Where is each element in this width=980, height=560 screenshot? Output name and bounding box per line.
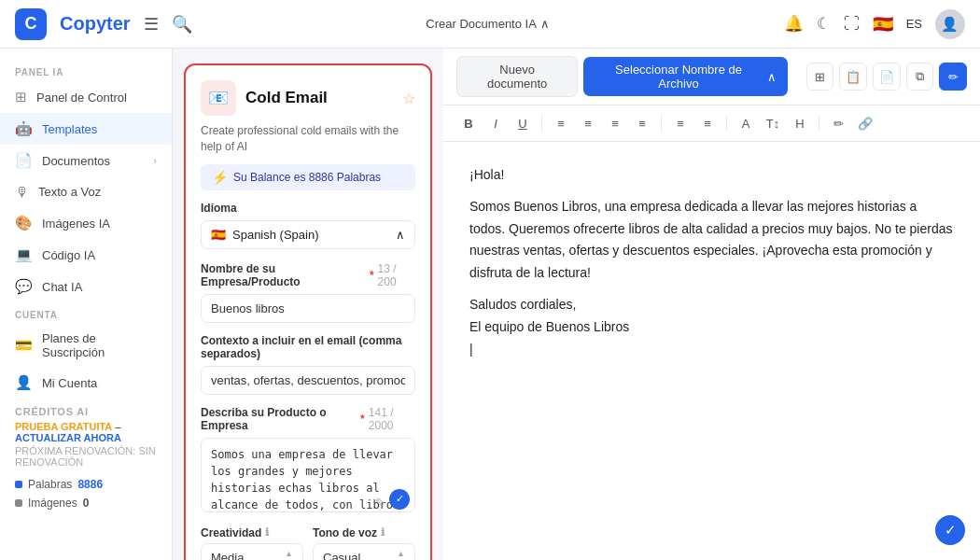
- content-closing: Saludos cordiales,El equipo de Buenos Li…: [469, 294, 954, 360]
- format-separator-4: [819, 115, 819, 132]
- bottom-confirm-button[interactable]: ✓: [935, 515, 965, 545]
- toolbar-icon-btn-5[interactable]: ✏: [939, 63, 967, 91]
- sidebar-item-texto-voz[interactable]: 🎙 Texto a Voz: [0, 176, 172, 207]
- lang-select-left: 🇪🇸 Spanish (Spain): [211, 228, 319, 242]
- logo-icon: C: [15, 8, 47, 40]
- palabras-credit-row: Palabras 8886: [0, 475, 172, 494]
- sidebar-item-planes[interactable]: 💳 Planes de Suscripción: [0, 324, 172, 367]
- panel-control-icon: ⊞: [15, 89, 27, 105]
- crear-documento-button[interactable]: Crear Documento IA ∧: [426, 17, 550, 31]
- sidebar-item-imagenes[interactable]: 🎨 Imágenes IA: [0, 207, 172, 239]
- sidebar: PANEL IA ⊞ Panel de Control 🤖 Templates …: [0, 49, 173, 560]
- descripcion-group: Describa su Producto o Empresa * 141 / 2…: [201, 406, 415, 515]
- balance-label: Su Balance es 8886 Palabras: [233, 171, 381, 184]
- bell-icon[interactable]: 🔔: [784, 14, 804, 34]
- bold-button[interactable]: B: [456, 111, 481, 135]
- sidebar-item-label-imagenes: Imágenes IA: [42, 217, 110, 231]
- language-select[interactable]: 🇪🇸 Spanish (Spain) ∧: [201, 220, 415, 249]
- top-navigation: C Copyter ☰ 🔍 Crear Documento IA ∧ 🔔 ☾ ⛶…: [0, 0, 980, 49]
- sidebar-item-templates[interactable]: 🤖 Templates: [0, 113, 172, 145]
- lang-label: ES: [906, 17, 922, 31]
- sidebar-item-panel-control[interactable]: ⊞ Panel de Control: [0, 81, 172, 113]
- sidebar-item-codigo[interactable]: 💻 Código IA: [0, 239, 172, 271]
- expand-icon[interactable]: ⛶: [844, 15, 860, 34]
- font-color-button[interactable]: A: [734, 111, 758, 135]
- plan-sep: –: [115, 421, 120, 432]
- toolbar-icon-btn-1[interactable]: ⊞: [806, 63, 834, 91]
- logo-text: Copyter: [60, 13, 131, 35]
- creatividad-value: Media: [211, 551, 244, 560]
- contexto-label: Contexto a incluir en el email (comma se…: [201, 334, 415, 360]
- tono-info-icon[interactable]: ℹ: [381, 526, 385, 539]
- favorite-star-icon[interactable]: ☆: [402, 90, 415, 107]
- format-separator-3: [726, 115, 727, 132]
- hamburger-icon[interactable]: ☰: [144, 14, 159, 35]
- link-button[interactable]: 🔗: [853, 111, 877, 135]
- font-size-button[interactable]: T↕: [761, 111, 785, 135]
- sidebar-item-label-planes: Planes de Suscripción: [42, 331, 157, 359]
- imagenes-dot: [15, 499, 22, 507]
- center-panel: 📧 Cold Email ☆ Create professional cold …: [173, 49, 443, 560]
- toolbar-icon-btn-3[interactable]: 📄: [873, 63, 901, 91]
- align-justify-button[interactable]: ≡: [630, 111, 654, 135]
- codigo-icon: 💻: [15, 246, 33, 263]
- tono-select[interactable]: Casual ▲ ▼: [313, 543, 415, 560]
- heading-button[interactable]: H: [788, 111, 812, 135]
- archivo-selector-button[interactable]: Seleccionar Nombre de Archivo ∧: [583, 57, 788, 96]
- creatividad-select[interactable]: Media ▲ ▼: [201, 543, 303, 560]
- editor-content[interactable]: ¡Hola! Somos Buenos Libros, una empresa …: [443, 142, 980, 560]
- imagenes-icon: 🎨: [15, 215, 33, 231]
- toolbar-icon-btn-2[interactable]: 📋: [839, 63, 867, 91]
- credits-section: CRÉDITOS AI PRUEBA GRATUITA – ACTUALIZAR…: [0, 399, 172, 475]
- edit-icon[interactable]: ✎: [375, 496, 385, 510]
- align-right-button[interactable]: ≡: [603, 111, 627, 135]
- align-center-button[interactable]: ≡: [576, 111, 600, 135]
- underline-button[interactable]: U: [511, 111, 535, 135]
- contexto-input[interactable]: [201, 366, 415, 395]
- align-left-button[interactable]: ≡: [549, 111, 573, 135]
- sliders-row: Creatividad ℹ Media ▲ ▼ Tono de voz: [201, 526, 415, 560]
- email-icon: 📧: [208, 88, 229, 108]
- sidebar-item-label-documentos: Documentos: [42, 154, 110, 168]
- panel-ia-label: PANEL IA: [0, 60, 172, 81]
- texto-voz-icon: 🎙: [15, 184, 29, 200]
- tono-arrows: ▲ ▼: [397, 549, 405, 560]
- sidebar-item-label-chat: Chat IA: [42, 280, 82, 294]
- tool-icon-box: 📧: [201, 80, 236, 116]
- empresa-input[interactable]: [201, 294, 415, 323]
- right-panel-wrapper: Nuevo documento Seleccionar Nombre de Ar…: [443, 49, 980, 560]
- creatividad-group: Creatividad ℹ Media ▲ ▼: [201, 526, 303, 560]
- contexto-group: Contexto a incluir en el email (comma se…: [201, 334, 415, 395]
- confirm-check-button[interactable]: ✓: [389, 489, 410, 510]
- balance-icon: ⚡: [212, 170, 228, 185]
- search-icon[interactable]: 🔍: [172, 14, 192, 35]
- new-document-button[interactable]: Nuevo documento: [456, 56, 578, 97]
- creatividad-info-icon[interactable]: ℹ: [265, 526, 269, 539]
- planes-icon: 💳: [15, 337, 33, 354]
- palabras-dot: [15, 481, 22, 488]
- empresa-group: Nombre de su Empresa/Producto * 13 / 200: [201, 262, 415, 323]
- tono-group: Tono de voz ℹ Casual ▲ ▼: [313, 526, 415, 560]
- balance-bar: ⚡ Su Balance es 8886 Palabras: [201, 164, 415, 190]
- descripcion-required: *: [360, 413, 365, 426]
- moon-icon[interactable]: ☾: [817, 14, 831, 34]
- italic-button[interactable]: I: [483, 111, 508, 135]
- format-separator-1: [541, 115, 542, 132]
- empresa-label: Nombre de su Empresa/Producto * 13 / 200: [201, 262, 415, 288]
- nav-left: C Copyter ☰ 🔍: [15, 8, 192, 40]
- descripcion-char-count: 141 / 2000: [369, 406, 415, 432]
- list-unordered-button[interactable]: ≡: [695, 111, 720, 135]
- sidebar-item-chat[interactable]: 💬 Chat IA: [0, 271, 172, 302]
- sidebar-item-documentos[interactable]: 📄 Documentos ›: [0, 145, 172, 176]
- plan-upgrade-link[interactable]: ACTUALIZAR AHORA: [15, 432, 121, 443]
- toolbar-icon-btn-4[interactable]: ⧉: [906, 63, 934, 91]
- draw-button[interactable]: ✏: [826, 111, 850, 135]
- imagenes-count: 0: [83, 497, 90, 510]
- sidebar-item-mi-cuenta[interactable]: 👤 Mi Cuenta: [0, 367, 172, 399]
- nav-right: 🔔 ☾ ⛶ 🇪🇸 ES 👤: [784, 9, 965, 39]
- avatar[interactable]: 👤: [935, 9, 965, 39]
- plan-line: PRUEBA GRATUITA – ACTUALIZAR AHORA: [15, 421, 157, 443]
- imagenes-credit-row: Imágenes 0: [0, 494, 172, 512]
- list-ordered-button[interactable]: ≡: [668, 111, 693, 135]
- sidebar-item-label-panel: Panel de Control: [36, 91, 127, 105]
